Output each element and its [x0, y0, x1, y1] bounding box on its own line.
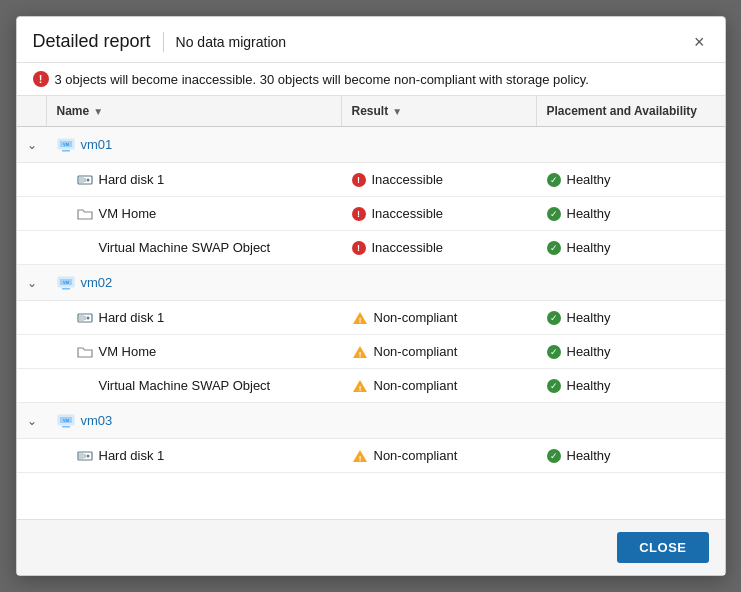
vm-result-empty — [342, 139, 537, 151]
result-text: Inaccessible — [372, 240, 444, 255]
vm-name-label: vm01 — [81, 137, 113, 152]
result-text: Non-compliant — [374, 310, 458, 325]
result-text: Non-compliant — [374, 378, 458, 393]
harddisk-icon — [77, 448, 93, 464]
table-header: Name ▼ Result ▼ Placement and Availabili… — [17, 96, 725, 127]
svg-point-6 — [86, 178, 89, 181]
table-row: Hard disk 1!Inaccessible ✓ Healthy — [17, 163, 725, 197]
vm-name-label: vm03 — [81, 413, 113, 428]
dialog-title: Detailed report — [33, 31, 151, 52]
table-row: Hard disk 1 ! Non-compliant ✓ Healthy — [17, 301, 725, 335]
result-filter-icon[interactable]: ▼ — [392, 106, 402, 117]
svg-text:VM: VM — [63, 142, 70, 147]
healthy-icon: ✓ — [547, 207, 561, 221]
result-text: Non-compliant — [374, 344, 458, 359]
row-result-cell: !Inaccessible — [342, 167, 537, 192]
expand-chevron[interactable]: ⌄ — [17, 132, 47, 158]
detailed-report-dialog: Detailed report No data migration × ! 3 … — [16, 16, 726, 576]
healthy-icon: ✓ — [547, 173, 561, 187]
vm-result-empty — [342, 415, 537, 427]
th-expand — [17, 96, 47, 126]
svg-rect-13 — [79, 315, 84, 321]
row-placement-cell: ✓ Healthy — [537, 167, 725, 192]
close-button[interactable]: CLOSE — [617, 532, 708, 563]
vm-icon: VM — [57, 136, 75, 154]
placement-text: Healthy — [567, 172, 611, 187]
healthy-icon: ✓ — [547, 345, 561, 359]
th-result: Result ▼ — [342, 96, 537, 126]
warn-icon: ! — [352, 345, 368, 359]
healthy-icon: ✓ — [547, 379, 561, 393]
row-name-text: VM Home — [99, 344, 157, 359]
row-name-cell: Hard disk 1 — [47, 167, 342, 193]
row-placement-cell: ✓ Healthy — [537, 373, 725, 398]
svg-rect-27 — [79, 453, 84, 459]
warn-icon: ! — [352, 311, 368, 325]
table-row: Virtual Machine SWAP Object ! Non-compli… — [17, 369, 725, 403]
row-name-text: Virtual Machine SWAP Object — [99, 378, 271, 393]
th-name: Name ▼ — [47, 96, 342, 126]
expand-chevron[interactable]: ⌄ — [17, 270, 47, 296]
row-name-text: Hard disk 1 — [99, 310, 165, 325]
row-result-cell: !Inaccessible — [342, 201, 537, 226]
vm-placement-empty — [537, 415, 725, 427]
row-result-cell: ! Non-compliant — [342, 305, 537, 330]
vm-icon: VM — [57, 274, 75, 292]
vm-placement-empty — [537, 139, 725, 151]
folder-icon — [77, 344, 93, 360]
healthy-icon: ✓ — [547, 449, 561, 463]
dialog-header: Detailed report No data migration × — [17, 17, 725, 63]
placement-text: Healthy — [567, 240, 611, 255]
row-placement-cell: ✓ Healthy — [537, 443, 725, 468]
table-row: VM Home ! Non-compliant ✓ Healthy — [17, 335, 725, 369]
header-divider — [163, 32, 164, 52]
vm-group-row: ⌄ VM vm01 — [17, 127, 725, 163]
svg-text:!: ! — [358, 349, 361, 358]
result-text: Inaccessible — [372, 172, 444, 187]
vm-name-label: vm02 — [81, 275, 113, 290]
row-name-text: Virtual Machine SWAP Object — [99, 240, 271, 255]
table-row: Hard disk 1 ! Non-compliant ✓ Healthy — [17, 439, 725, 473]
placement-text: Healthy — [567, 378, 611, 393]
folder-icon — [77, 206, 93, 222]
row-placement-cell: ✓ Healthy — [537, 339, 725, 364]
placement-text: Healthy — [567, 310, 611, 325]
svg-point-14 — [86, 316, 89, 319]
svg-point-28 — [86, 454, 89, 457]
row-name-cell: Hard disk 1 — [47, 305, 342, 331]
vm-group-row: ⌄ VM vm03 — [17, 403, 725, 439]
healthy-icon: ✓ — [547, 241, 561, 255]
table-row: Virtual Machine SWAP Object!Inaccessible… — [17, 231, 725, 265]
row-name-text: Hard disk 1 — [99, 172, 165, 187]
result-text: Inaccessible — [372, 206, 444, 221]
close-x-button[interactable]: × — [690, 33, 709, 51]
vm-name-cell: VM vm03 — [47, 406, 342, 436]
row-name-cell: VM Home — [47, 201, 342, 227]
expand-chevron[interactable]: ⌄ — [17, 408, 47, 434]
row-placement-cell: ✓ Healthy — [537, 305, 725, 330]
healthy-icon: ✓ — [547, 311, 561, 325]
svg-rect-10 — [62, 288, 70, 290]
row-result-cell: ! Non-compliant — [342, 339, 537, 364]
row-name-text: Hard disk 1 — [99, 448, 165, 463]
error-icon: ! — [352, 173, 366, 187]
row-placement-cell: ✓ Healthy — [537, 201, 725, 226]
svg-text:VM: VM — [63, 418, 70, 423]
row-name-cell: Virtual Machine SWAP Object — [47, 373, 342, 398]
row-name-cell: Hard disk 1 — [47, 443, 342, 469]
svg-rect-5 — [79, 177, 84, 183]
name-filter-icon[interactable]: ▼ — [93, 106, 103, 117]
vm-group-row: ⌄ VM vm02 — [17, 265, 725, 301]
row-result-cell: ! Non-compliant — [342, 443, 537, 468]
harddisk-icon — [77, 310, 93, 326]
row-name-cell: VM Home — [47, 339, 342, 365]
vm-name-cell: VM vm01 — [47, 130, 342, 160]
placement-text: Healthy — [567, 344, 611, 359]
error-icon: ! — [352, 241, 366, 255]
result-text: Non-compliant — [374, 448, 458, 463]
alert-text: 3 objects will become inaccessible. 30 o… — [55, 72, 589, 87]
placement-text: Healthy — [567, 448, 611, 463]
vm-result-empty — [342, 277, 537, 289]
table-container: Name ▼ Result ▼ Placement and Availabili… — [17, 96, 725, 519]
svg-text:!: ! — [358, 383, 361, 392]
